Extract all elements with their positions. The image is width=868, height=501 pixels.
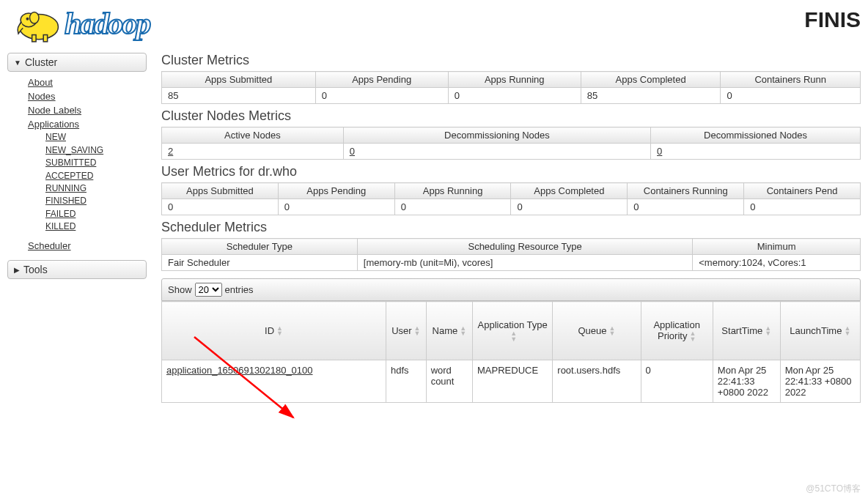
td: 0 [343,144,650,160]
td: 0 [315,88,448,104]
svg-point-2 [26,18,29,21]
sidebar-link-scheduler[interactable]: Scheduler [28,240,147,253]
sort-icon: ▲▼ [844,326,850,336]
td: 0 [448,88,581,104]
sort-icon: ▲▼ [608,326,615,336]
sidebar: ▼ Cluster About Nodes Node Labels Applic… [7,51,147,403]
th: Apps Running [394,183,511,199]
table-row: 0 0 0 0 0 0 [162,199,861,215]
th: Apps Pending [278,183,394,199]
th: Apps Pending [315,72,448,88]
cluster-nodes-table: Active Nodes Decommissioning Nodes Decom… [161,127,861,160]
section-title-scheduler-metrics: Scheduler Metrics [161,220,861,235]
sidebar-state-new-saving[interactable]: NEW_SAVING [45,144,147,157]
cluster-metrics-table: Apps Submitted Apps Pending Apps Running… [161,71,861,104]
svg-rect-4 [32,35,36,42]
decommissioning-link[interactable]: 0 [350,146,355,157]
section-title-user-metrics: User Metrics for dr.who [161,164,861,179]
triangle-right-icon: ▶ [14,266,20,274]
th-priority[interactable]: Application Priority▲▼ [641,302,713,360]
th: Apps Running [448,72,581,88]
sidebar-state-new[interactable]: NEW [45,131,147,144]
th: Apps Completed [511,183,628,199]
th-name[interactable]: Name▲▼ [426,302,472,360]
table-row: application_1650691302180_0100 hdfs word… [162,360,861,402]
page-size-select[interactable]: 20 [195,283,222,297]
section-title-cluster-nodes: Cluster Nodes Metrics [161,108,861,124]
sidebar-group-cluster[interactable]: ▼ Cluster [7,53,147,72]
sidebar-state-finished[interactable]: FINISHED [45,195,147,207]
logo-text: hadoop [65,6,150,41]
table-row: 2 0 0 [162,144,861,160]
td: 0 [721,88,861,104]
applications-table: ID▲▼ User▲▼ Name▲▼ Application Type▲▼ Qu… [161,301,861,403]
td: 0 [511,199,628,215]
th: Apps Submitted [162,183,279,199]
td: 85 [162,88,316,104]
table-row: 85 0 0 85 0 [162,88,861,104]
th: Minimum [693,239,861,255]
th: Containers Runn [721,72,861,88]
td: <memory:1024, vCores:1 [693,255,861,271]
td-user: hdfs [386,360,427,402]
decommissioned-link[interactable]: 0 [657,146,662,157]
td-launch: Mon Apr 25 22:41:33 +0800 2022 [780,360,860,402]
sidebar-state-accepted[interactable]: ACCEPTED [45,170,147,182]
sidebar-group-label: Tools [23,264,48,275]
th-start[interactable]: StartTime▲▼ [713,302,780,360]
sidebar-state-running[interactable]: RUNNING [45,182,147,195]
sidebar-link-applications[interactable]: Applications [28,118,147,132]
th-user[interactable]: User▲▼ [386,302,427,360]
user-metrics-table: Apps Submitted Apps Pending Apps Running… [161,182,861,215]
td: 85 [581,88,721,104]
active-nodes-link[interactable]: 2 [168,146,173,157]
entries-label: entries [225,284,254,295]
td-type: MAPREDUCE [473,360,553,402]
entries-control: Show 20 entries [161,278,861,301]
hadoop-logo: hadoop [10,3,150,44]
show-label: Show [168,284,192,295]
th-queue[interactable]: Queue▲▼ [553,302,641,360]
sort-icon: ▲▼ [276,326,283,336]
sidebar-state-killed[interactable]: KILLED [45,220,147,233]
application-id-link[interactable]: application_1650691302180_0100 [166,365,313,376]
td-start: Mon Apr 25 22:41:33 +0800 2022 [713,360,780,402]
th-type[interactable]: Application Type▲▼ [473,302,553,360]
sort-icon: ▲▼ [460,326,466,336]
sort-icon: ▲▼ [765,326,771,336]
svg-point-3 [30,12,39,23]
th-id[interactable]: ID▲▼ [162,302,386,360]
sidebar-state-failed[interactable]: FAILED [45,208,147,220]
triangle-down-icon: ▼ [14,59,21,67]
th: Containers Running [628,183,744,199]
sort-icon: ▲▼ [414,326,421,336]
td: 0 [162,199,279,215]
sidebar-link-node-labels[interactable]: Node Labels [28,104,147,118]
sidebar-link-nodes[interactable]: Nodes [28,90,147,104]
td: 0 [278,199,394,215]
td: 0 [651,144,861,160]
th: Containers Pend [744,183,861,199]
td: 0 [744,199,861,215]
td-name: word count [426,360,472,402]
td: 0 [394,199,511,215]
scheduler-metrics-table: Scheduler Type Scheduling Resource Type … [161,238,861,271]
sort-icon: ▲▼ [510,331,517,341]
sidebar-group-tools[interactable]: ▶ Tools [7,260,147,279]
td: 2 [162,144,344,160]
th: Decommissioning Nodes [343,127,650,144]
th: Apps Completed [581,72,721,88]
th: Active Nodes [162,127,344,144]
td-priority: 0 [641,360,713,402]
sort-icon: ▲▼ [689,331,696,341]
th-launch[interactable]: LaunchTime▲▼ [780,302,860,360]
td-id: application_1650691302180_0100 [162,360,386,402]
td-queue: root.users.hdfs [553,360,641,402]
th: Decommissioned Nodes [651,127,861,144]
td: Fair Scheduler [162,255,358,271]
sidebar-group-label: Cluster [25,56,57,68]
sidebar-state-submitted[interactable]: SUBMITTED [45,157,147,169]
td: [memory-mb (unit=Mi), vcores] [357,255,692,271]
section-title-cluster-metrics: Cluster Metrics [161,53,861,68]
sidebar-link-about[interactable]: About [28,76,147,90]
